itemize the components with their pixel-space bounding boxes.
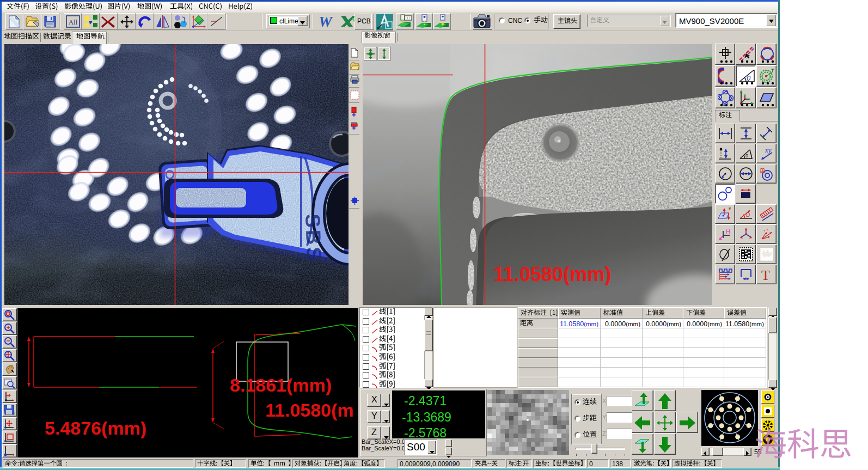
svg-text:5.4876(mm): 5.4876(mm) — [45, 418, 146, 438]
svg-text:11.0580(mm): 11.0580(mm) — [493, 263, 611, 285]
svg-text:0: 0 — [745, 153, 748, 158]
svg-text:xy: xy — [765, 146, 772, 154]
svg-text:H: H — [726, 228, 730, 235]
svg-text:SBS: SBS — [301, 213, 326, 264]
svg-text:0: 0 — [747, 74, 751, 82]
svg-text:8.1861(mm): 8.1861(mm) — [230, 375, 332, 395]
svg-text:T: T — [761, 267, 770, 282]
svg-text:All: All — [69, 18, 78, 26]
svg-text:D: D — [746, 212, 750, 218]
svg-text:11.0580(m: 11.0580(m — [265, 400, 354, 420]
svg-text:W: W — [319, 13, 333, 29]
